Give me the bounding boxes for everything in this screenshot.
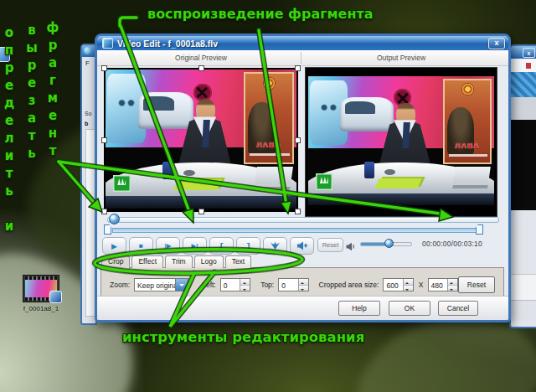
left-label: Left:: [202, 281, 216, 289]
ok-button[interactable]: OK: [389, 301, 430, 316]
timecode: 00:00:00/00:03:10: [422, 240, 482, 248]
play-button[interactable]: ▶: [102, 237, 126, 255]
annotation-vertical-cut: вырезать: [24, 23, 39, 163]
background-dialog-window[interactable]: x: [509, 44, 536, 328]
mark-start-button[interactable]: [: [209, 237, 234, 255]
crop-handle-s[interactable]: [198, 209, 204, 214]
dialog-titlebar[interactable]: Video Edit - f_0001a8.flv x: [97, 36, 508, 50]
crop-width-value: 600: [386, 281, 398, 290]
spin-down-icon[interactable]: [299, 286, 308, 291]
poster-star: [461, 83, 474, 95]
app-icon: [102, 38, 113, 49]
output-video-frame: ЛАВА: [308, 76, 494, 205]
spin-down-icon[interactable]: [404, 286, 413, 291]
background-dialog-panel: [511, 97, 536, 120]
background-dialog-panel: [511, 274, 536, 300]
zoom-label: Zoom:: [110, 281, 130, 289]
background-dialog-titlebar: x: [511, 46, 536, 59]
desktop-file-label: f_0001a8_1: [15, 305, 67, 312]
crop-handle-ne[interactable]: [295, 65, 301, 71]
background-window-menu: F: [85, 59, 90, 67]
top-spinner[interactable]: 0: [278, 278, 308, 291]
backdrop-car-image: [138, 92, 193, 130]
background-dialog-panel: [511, 210, 536, 274]
top-label: Top:: [260, 281, 274, 289]
zoom-mode-select[interactable]: Keep original: [134, 278, 188, 291]
seek-slider-thumb[interactable]: [109, 214, 120, 224]
size-x-separator: X: [419, 281, 424, 289]
crop-handle-se[interactable]: [295, 209, 301, 214]
spinner-arrows[interactable]: [447, 279, 457, 291]
chevron-down-icon[interactable]: [175, 279, 188, 291]
news-studio-scene: ЛАВА: [308, 76, 494, 205]
next-frame-button[interactable]: ▶|: [183, 237, 207, 255]
video-file-thumbnail: [23, 276, 59, 302]
crop-handle-w[interactable]: [101, 137, 107, 143]
crop-reset-button[interactable]: Reset: [458, 276, 495, 293]
tab-trim[interactable]: Trim: [165, 255, 193, 268]
spinner-arrows[interactable]: [298, 279, 308, 291]
seek-slider-track[interactable]: [107, 217, 499, 223]
background-dialog-preview: [511, 120, 536, 210]
volume-icon[interactable]: [346, 240, 356, 255]
editing-tabs-zone: Crop Effect Trim Logo Text Zoom: Keep or…: [100, 255, 504, 302]
laptop: [254, 167, 293, 190]
mark-end-button[interactable]: ]: [236, 237, 260, 255]
annotation-vertical-fragment: фрагмент: [45, 20, 60, 161]
spin-down-icon[interactable]: [448, 286, 457, 291]
trim-end-marker[interactable]: [476, 224, 483, 235]
cancel-button[interactable]: Cancel: [438, 301, 478, 316]
poster-text: ЛАВА: [443, 142, 492, 150]
spin-up-icon[interactable]: [299, 279, 308, 286]
zoom-mode-value: Keep original: [137, 281, 179, 290]
desk-shadow: [106, 196, 296, 209]
small-red-icon: [526, 63, 531, 69]
left-value: 0: [224, 281, 228, 290]
dialog-footer: Help OK Cancel: [97, 297, 508, 320]
poster-star: [263, 77, 276, 90]
spin-up-icon[interactable]: [240, 279, 250, 286]
desk-mouse: [384, 169, 395, 175]
volume-slider-thumb[interactable]: [384, 239, 394, 248]
background-window-text: b: [85, 121, 88, 126]
poster-subtitle-line: [250, 153, 289, 156]
crop-handle-e[interactable]: [295, 137, 301, 143]
stop-button[interactable]: ■: [129, 237, 153, 255]
trim-range-track[interactable]: [112, 228, 479, 233]
close-button[interactable]: x: [488, 38, 505, 49]
help-button[interactable]: Help: [338, 301, 380, 316]
ntv-logo: [316, 173, 332, 190]
poster-subtitle-line: [449, 154, 487, 157]
dialog-title: Video Edit - f_0001a8.flv: [117, 39, 488, 49]
crop-handle-sw[interactable]: [101, 209, 107, 214]
tab-text[interactable]: Text: [225, 255, 252, 268]
crop-height-spinner[interactable]: 480: [428, 278, 458, 291]
trim-start-marker[interactable]: [104, 224, 111, 235]
spinner-arrows[interactable]: [403, 279, 413, 291]
speaker-plus-icon: [296, 241, 308, 250]
snapshot-bird-button[interactable]: [263, 237, 287, 255]
desk-mouse: [183, 170, 195, 176]
mug: [162, 162, 173, 180]
audio-button[interactable]: [290, 237, 314, 255]
tab-effect[interactable]: Effect: [131, 255, 163, 268]
crop-handle-nw[interactable]: [101, 65, 107, 71]
spin-up-icon[interactable]: [404, 279, 413, 286]
left-spinner[interactable]: 0: [220, 278, 250, 291]
desktop-file-icon[interactable]: f_0001a8_1: [15, 276, 67, 312]
spin-up-icon[interactable]: [448, 279, 457, 286]
step-forward-button[interactable]: |▶: [156, 237, 180, 255]
background-dialog-texture: [511, 72, 536, 97]
spin-down-icon[interactable]: [240, 286, 250, 291]
ntv-logo: [113, 175, 131, 193]
spinner-arrows[interactable]: [240, 279, 250, 291]
label-divider: [301, 52, 302, 64]
tab-logo[interactable]: Logo: [194, 255, 224, 268]
transport-reset-button[interactable]: Reset: [317, 238, 343, 252]
original-preview[interactable]: ЛАВА: [104, 68, 298, 212]
crop-handle-n[interactable]: [198, 65, 204, 71]
crop-width-spinner[interactable]: 600: [383, 278, 413, 291]
background-dialog-close-button[interactable]: x: [523, 48, 535, 58]
tab-crop[interactable]: Crop: [101, 255, 130, 269]
poster-text: ЛАВА: [244, 141, 293, 149]
